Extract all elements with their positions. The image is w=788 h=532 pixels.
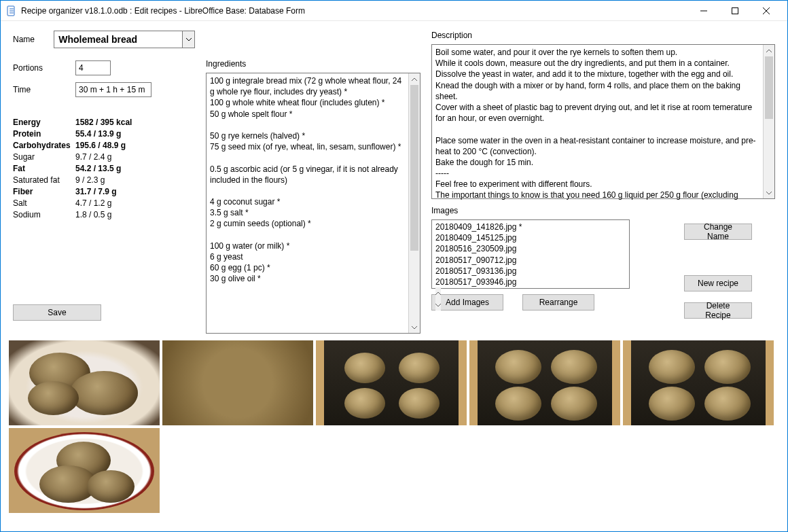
- time-input[interactable]: [75, 82, 151, 97]
- description-textarea[interactable]: Boil some water, and pour it over the ry…: [431, 44, 775, 199]
- description-line: While it cools down, measure out the dry…: [435, 58, 759, 69]
- svg-rect-1: [732, 7, 738, 14]
- description-line: Dissolve the yeast in water, and add it …: [435, 69, 759, 79]
- images-listbox[interactable]: 20180409_141826.jpg *20180409_145125.jpg…: [431, 219, 630, 289]
- window-title: Recipe organizer v18.1.0.odb : Edit reci…: [21, 6, 688, 16]
- nutrition-row: Carbohydrates195.6 / 48.9 g: [13, 141, 195, 150]
- description-line: Boil some water, and pour it over the ry…: [435, 47, 759, 58]
- new-recipe-button[interactable]: New recipe: [684, 275, 752, 291]
- nutrition-key: Energy: [13, 118, 75, 127]
- save-button[interactable]: Save: [13, 304, 101, 321]
- ingredients-label: Ingredients: [206, 59, 420, 69]
- nutrition-value: 31.7 / 7.9 g: [75, 187, 117, 196]
- description-line: Cover with a sheet of plastic bag to pre…: [435, 102, 759, 124]
- image-thumbnail[interactable]: [316, 340, 467, 425]
- nutrition-row: Saturated fat9 / 2.3 g: [13, 175, 195, 185]
- image-list-item[interactable]: 20180517_093946.jpg: [435, 277, 629, 287]
- description-line: Bake the dough for 15 min.: [435, 157, 759, 168]
- image-list-item[interactable]: 20180516_230509.jpg: [435, 243, 629, 254]
- nutrition-value: 4.7 / 1.2 g: [75, 198, 111, 208]
- minimize-button[interactable]: [688, 1, 719, 21]
- nutrition-row: Sugar9.7 / 2.4 g: [13, 152, 195, 162]
- recipe-name-value: Wholemeal bread: [58, 34, 137, 45]
- image-list-item[interactable]: 20180517_090712.jpg: [435, 255, 629, 266]
- description-line: The important things to know is that you…: [435, 190, 759, 200]
- close-button[interactable]: [751, 1, 782, 21]
- description-label: Description: [431, 31, 775, 40]
- description-line: [435, 124, 759, 135]
- scrollbar[interactable]: [435, 287, 441, 311]
- scrollbar[interactable]: [408, 73, 420, 333]
- image-list-item[interactable]: 20180409_145125.jpg: [435, 232, 629, 243]
- nutrition-row: Fat54.2 / 13.5 g: [13, 164, 195, 173]
- image-list-item[interactable]: 20180409_141826.jpg *: [435, 221, 629, 232]
- app-icon: [6, 5, 17, 16]
- image-thumbnail[interactable]: [623, 340, 774, 425]
- scroll-up-icon[interactable]: [409, 73, 420, 85]
- description-line: -----: [435, 168, 759, 179]
- image-thumbnail[interactable]: [162, 340, 313, 425]
- portions-input[interactable]: [75, 60, 111, 75]
- nutrition-value: 55.4 / 13.9 g: [75, 129, 121, 139]
- nutrition-value: 9 / 2.3 g: [75, 175, 105, 185]
- image-list-item[interactable]: 20180517_093136.jpg: [435, 266, 629, 277]
- scrollbar[interactable]: [763, 45, 774, 198]
- titlebar: Recipe organizer v18.1.0.odb : Edit reci…: [1, 1, 787, 21]
- description-line: Feel free to experiment with different f…: [435, 179, 759, 190]
- scroll-up-icon[interactable]: [435, 287, 441, 299]
- nutrition-value: 195.6 / 48.9 g: [75, 141, 126, 150]
- name-label: Name: [13, 35, 54, 44]
- portions-label: Portions: [13, 63, 75, 73]
- scroll-down-icon[interactable]: [764, 187, 774, 198]
- recipe-name-dropdown[interactable]: Wholemeal bread: [54, 31, 195, 48]
- rearrange-button[interactable]: Rearrange: [522, 294, 594, 311]
- nutrition-value: 9.7 / 2.4 g: [75, 152, 111, 162]
- add-images-button[interactable]: Add Images: [431, 294, 503, 311]
- nutrition-value: 1.8 / 0.5 g: [75, 210, 111, 219]
- chevron-down-icon: [182, 31, 194, 48]
- nutrition-key: Protein: [13, 129, 75, 139]
- change-name-button[interactable]: Change Name: [684, 224, 752, 240]
- ingredients-textarea[interactable]: 100 g integrale bread mix (72 g whole wh…: [206, 73, 420, 334]
- nutrition-key: Sodium: [13, 210, 75, 219]
- image-thumbnails: [1, 334, 787, 513]
- scroll-up-icon[interactable]: [764, 45, 774, 56]
- time-label: Time: [13, 85, 75, 94]
- nutrition-row: Salt4.7 / 1.2 g: [13, 198, 195, 208]
- nutrition-key: Carbohydrates: [13, 141, 75, 150]
- image-thumbnail[interactable]: [9, 340, 160, 425]
- nutrition-key: Salt: [13, 198, 75, 208]
- nutrition-value: 1582 / 395 kcal: [75, 118, 132, 127]
- image-thumbnail[interactable]: [9, 428, 160, 513]
- nutrition-value: 54.2 / 13.5 g: [75, 164, 121, 173]
- scroll-down-icon[interactable]: [435, 299, 441, 311]
- nutrition-row: Sodium1.8 / 0.5 g: [13, 210, 195, 219]
- image-thumbnail[interactable]: [469, 340, 620, 425]
- nutrition-key: Fiber: [13, 187, 75, 196]
- nutrition-row: Fiber31.7 / 7.9 g: [13, 187, 195, 196]
- maximize-button[interactable]: [719, 1, 751, 21]
- images-label: Images: [431, 206, 775, 215]
- nutrition-key: Saturated fat: [13, 175, 75, 185]
- scroll-down-icon[interactable]: [409, 321, 420, 333]
- nutrition-row: Protein55.4 / 13.9 g: [13, 129, 195, 139]
- delete-recipe-button[interactable]: Delete Recipe: [684, 302, 752, 319]
- nutrition-row: Energy1582 / 395 kcal: [13, 118, 195, 127]
- nutrition-key: Fat: [13, 164, 75, 173]
- nutrition-table: Energy1582 / 395 kcalProtein55.4 / 13.9 …: [13, 118, 195, 219]
- description-line: Knead the dough with a mixer or by hand,…: [435, 80, 759, 102]
- nutrition-key: Sugar: [13, 152, 75, 162]
- description-line: Place some water in the oven in a heat-r…: [435, 135, 759, 157]
